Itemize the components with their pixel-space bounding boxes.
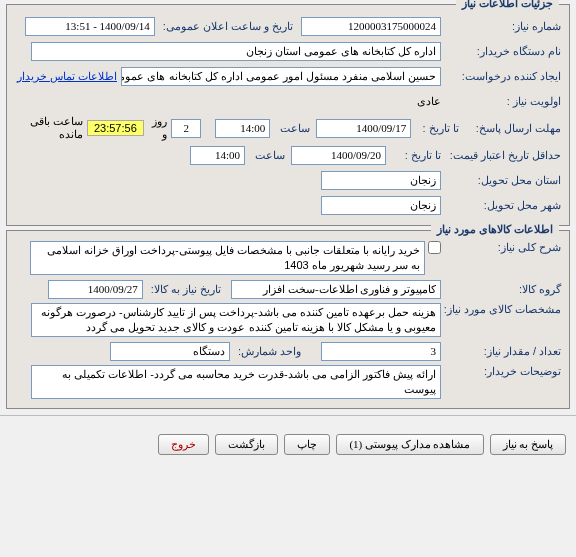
buyer-label: نام دستگاه خریدار: (441, 45, 561, 58)
group-field[interactable] (231, 280, 441, 299)
back-button[interactable]: بازگشت (215, 434, 278, 455)
view-attachments-button[interactable]: مشاهده مدارک پیوستی (1) (336, 434, 483, 455)
spec-field: هزینه حمل برعهده تامین کننده می باشد-پرد… (31, 303, 441, 337)
days-and-label: روز و (148, 115, 168, 141)
requester-label: ایجاد کننده درخواست: (441, 70, 561, 83)
countdown-timer: 23:57:56 (87, 120, 144, 136)
desc-label: شرح کلی نیاز: (441, 241, 561, 254)
announce-label: تاریخ و ساعت اعلان عمومی: (159, 20, 293, 33)
province-field[interactable] (321, 171, 441, 190)
panel1-title: جزئیات اطلاعات نیاز (456, 0, 559, 10)
city-label: شهر محل تحویل: (441, 199, 561, 212)
priority-value: عادی (417, 95, 441, 108)
goods-info-panel: اطلاعات کالاهای مورد نیاز شرح کلی نیاز: … (6, 230, 570, 409)
notes-field: ارائه پیش فاکتور الزامی می باشد-قدرت خری… (31, 365, 441, 399)
buyer-contact-link[interactable]: اطلاعات تماس خریدار (17, 70, 117, 83)
notes-label: توضیحات خریدار: (441, 365, 561, 378)
print-button[interactable]: چاپ (284, 434, 330, 455)
spec-label: مشخصات کالای مورد نیاز: (441, 303, 561, 316)
qty-field[interactable] (321, 342, 441, 361)
unit-field[interactable] (110, 342, 230, 361)
need-no-label: شماره نیاز: (441, 20, 561, 33)
remaining-label: ساعت باقی مانده (15, 115, 83, 141)
desc-checkbox[interactable] (428, 241, 441, 254)
qty-label: تعداد / مقدار نیاز: (441, 345, 561, 358)
buyer-field: اداره کل کتابخانه های عمومی استان زنجان (31, 42, 441, 61)
requester-field: حسین اسلامی منفرد مسئول امور عمومی اداره… (121, 67, 441, 86)
group-label: گروه کالا: (441, 283, 561, 296)
footer-bar: پاسخ به نیاز مشاهده مدارک پیوستی (1) چاپ… (0, 426, 576, 463)
panel2-title: اطلاعات کالاهای مورد نیاز (431, 223, 559, 236)
need-no-field[interactable] (301, 17, 441, 36)
separator (0, 415, 576, 416)
price-date-field[interactable] (291, 146, 386, 165)
city-field[interactable] (321, 196, 441, 215)
price-time-field[interactable] (190, 146, 245, 165)
need-date-field[interactable] (48, 280, 143, 299)
reply-date-field[interactable] (316, 119, 411, 138)
announce-field[interactable] (25, 17, 155, 36)
exit-button[interactable]: خروج (158, 434, 209, 455)
province-label: استان محل تحویل: (441, 174, 561, 187)
time-label-2: ساعت (251, 149, 285, 162)
unit-label: واحد شمارش: (234, 345, 301, 358)
reply-time-field[interactable] (215, 119, 270, 138)
reply-deadline-label: مهلت ارسال پاسخ: (459, 122, 561, 135)
price-valid-label: حداقل تاریخ اعتبار قیمت: (441, 149, 561, 162)
priority-label: اولویت نیاز : (441, 95, 561, 108)
to-date-label-1: تا تاریخ : (411, 122, 458, 135)
time-label-1: ساعت (276, 122, 310, 135)
desc-field: خرید رایانه با متعلقات جانبی با مشخصات ف… (30, 241, 425, 275)
reply-button[interactable]: پاسخ به نیاز (490, 434, 567, 455)
days-field[interactable] (171, 119, 201, 138)
need-date-label: تاریخ نیاز به کالا: (147, 283, 221, 296)
need-details-panel: جزئیات اطلاعات نیاز شماره نیاز: تاریخ و … (6, 4, 570, 226)
to-date-label-2: تا تاریخ : (386, 149, 441, 162)
